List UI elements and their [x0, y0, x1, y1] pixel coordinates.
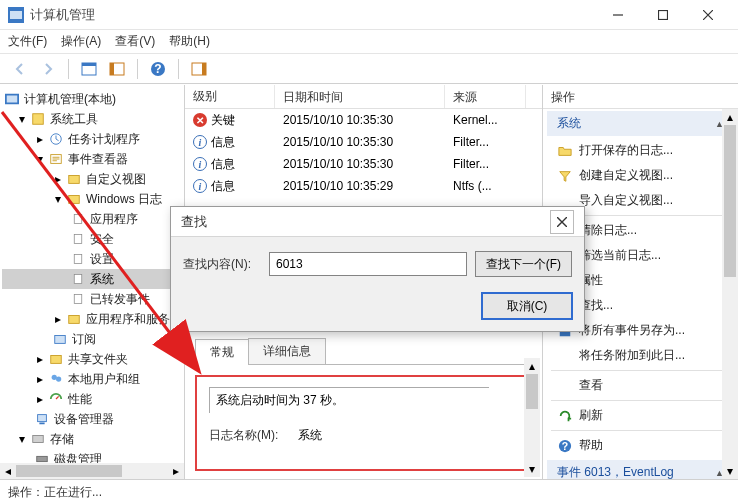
- tree-hscrollbar[interactable]: ◂ ▸: [0, 463, 184, 479]
- tree-task-scheduler[interactable]: ▸ 任务计划程序: [2, 129, 182, 149]
- svg-rect-24: [55, 336, 66, 344]
- row-source: Kernel...: [445, 113, 542, 127]
- tree-windows-logs[interactable]: ▾ Windows 日志: [2, 189, 182, 209]
- svg-rect-16: [69, 176, 80, 184]
- grid-row[interactable]: i信息2015/10/10 10:35:30Filter...: [185, 153, 542, 175]
- find-next-button[interactable]: 查找下一个(F): [475, 251, 572, 277]
- grid-header: 级别 日期和时间 来源: [185, 85, 542, 109]
- dialog-title: 查找: [181, 213, 207, 231]
- row-level: 信息: [211, 156, 235, 173]
- tool-icon-2[interactable]: [105, 57, 129, 81]
- row-level: 信息: [211, 178, 235, 195]
- logname-label: 日志名称(M):: [209, 427, 278, 444]
- row-source: Ntfs (...: [445, 179, 542, 193]
- statusbar: 操作：正在进行...: [0, 479, 738, 503]
- menu-help[interactable]: 帮助(H): [169, 33, 210, 50]
- tool-icon-1[interactable]: [77, 57, 101, 81]
- col-level[interactable]: 级别: [185, 85, 275, 108]
- col-source[interactable]: 来源: [445, 85, 526, 108]
- svg-rect-20: [74, 255, 82, 264]
- toolbar: ?: [0, 54, 738, 84]
- maximize-button[interactable]: [640, 1, 685, 29]
- menubar: 文件(F) 操作(A) 查看(V) 帮助(H): [0, 30, 738, 54]
- find-dialog: 查找 查找内容(N): 查找下一个(F) 取消(C): [170, 206, 585, 332]
- tool-icon-3[interactable]: [187, 57, 211, 81]
- grid-row[interactable]: i信息2015/10/10 10:35:30Filter...: [185, 131, 542, 153]
- nav-back-button[interactable]: [8, 57, 32, 81]
- svg-text:?: ?: [154, 62, 161, 76]
- svg-rect-22: [74, 295, 82, 304]
- grid-rows: ✕关键2015/10/10 10:35:30Kernel...i信息2015/1…: [185, 109, 542, 197]
- svg-text:?: ?: [562, 439, 568, 451]
- expander-icon[interactable]: ▾: [16, 113, 28, 125]
- minimize-button[interactable]: [595, 1, 640, 29]
- grid-row[interactable]: i信息2015/10/10 10:35:29Ntfs (...: [185, 175, 542, 197]
- dialog-close-button[interactable]: [550, 210, 574, 234]
- tab-general[interactable]: 常规: [195, 339, 249, 365]
- action-create-custom[interactable]: 创建自定义视图...: [543, 163, 738, 188]
- actions-vscrollbar[interactable]: ▴▾: [722, 109, 738, 479]
- row-datetime: 2015/10/10 10:35:30: [275, 135, 445, 149]
- action-attach-task[interactable]: 将任务附加到此日...: [543, 343, 738, 368]
- tab-details[interactable]: 详细信息: [248, 338, 326, 364]
- svg-rect-12: [7, 96, 18, 103]
- action-open-saved[interactable]: 打开保存的日志...: [543, 138, 738, 163]
- menu-file[interactable]: 文件(F): [8, 33, 47, 50]
- status-text: 操作：正在进行...: [8, 485, 102, 499]
- action-view[interactable]: 查看 ▶: [543, 373, 738, 398]
- tree-system-tools[interactable]: ▾ 系统工具: [2, 109, 182, 129]
- level-icon: i: [193, 135, 207, 149]
- close-button[interactable]: [685, 1, 730, 29]
- level-icon: ✕: [193, 113, 207, 127]
- tree-local-users[interactable]: ▸ 本地用户和组: [2, 369, 182, 389]
- actions-header: 操作: [543, 85, 738, 109]
- svg-rect-19: [74, 235, 82, 244]
- filter-icon: [557, 168, 573, 184]
- tree-setup[interactable]: 设置: [2, 249, 182, 269]
- tree-shared-folders[interactable]: ▸ 共享文件夹: [2, 349, 182, 369]
- refresh-icon: [557, 408, 573, 424]
- tree-root[interactable]: 计算机管理(本地): [2, 89, 182, 109]
- logname-value: 系统: [298, 427, 322, 444]
- menu-action[interactable]: 操作(A): [61, 33, 101, 50]
- row-level: 信息: [211, 134, 235, 151]
- row-datetime: 2015/10/10 10:35:29: [275, 179, 445, 193]
- detail-message: 系统启动时间为 37 秒。: [209, 387, 489, 413]
- svg-rect-25: [51, 356, 62, 364]
- detail-vscrollbar[interactable]: ▴▾: [524, 358, 540, 477]
- tree-apps-services[interactable]: ▸ 应用程序和服务: [2, 309, 182, 329]
- grid-row[interactable]: ✕关键2015/10/10 10:35:30Kernel...: [185, 109, 542, 131]
- action-refresh[interactable]: 刷新: [543, 403, 738, 428]
- tree-custom-views[interactable]: ▸ 自定义视图: [2, 169, 182, 189]
- cancel-button[interactable]: 取消(C): [482, 293, 572, 319]
- folder-open-icon: [557, 143, 573, 159]
- svg-rect-2: [658, 10, 667, 19]
- tree-device-mgr[interactable]: 设备管理器: [2, 409, 182, 429]
- col-datetime[interactable]: 日期和时间: [275, 85, 445, 108]
- tree-storage[interactable]: ▾ 存储: [2, 429, 182, 449]
- tree-application[interactable]: 应用程序: [2, 209, 182, 229]
- tree-performance[interactable]: ▸ 性能: [2, 389, 182, 409]
- tree-forwarded[interactable]: 已转发事件: [2, 289, 182, 309]
- action-help[interactable]: ? 帮助 ▶: [543, 433, 738, 458]
- svg-rect-17: [69, 196, 80, 204]
- tree-event-viewer[interactable]: ▾ 事件查看器: [2, 149, 182, 169]
- find-input[interactable]: [269, 252, 467, 276]
- tree-subscriptions[interactable]: 订阅: [2, 329, 182, 349]
- tree-security[interactable]: 安全: [2, 229, 182, 249]
- detail-highlight-box: 系统启动时间为 37 秒。 日志名称(M): 系统: [195, 375, 532, 471]
- row-source: Filter...: [445, 157, 542, 171]
- row-datetime: 2015/10/10 10:35:30: [275, 113, 445, 127]
- svg-rect-29: [39, 423, 44, 425]
- tree-pane: 计算机管理(本地) ▾ 系统工具 ▸ 任务计划程序 ▾ 事件查看器 ▸ 自定义视…: [0, 85, 185, 479]
- menu-view[interactable]: 查看(V): [115, 33, 155, 50]
- svg-rect-31: [37, 456, 48, 461]
- nav-forward-button[interactable]: [36, 57, 60, 81]
- level-icon: i: [193, 157, 207, 171]
- find-label: 查找内容(N):: [183, 256, 261, 273]
- help-icon[interactable]: ?: [146, 57, 170, 81]
- app-icon: [8, 7, 24, 23]
- svg-rect-1: [10, 11, 22, 19]
- row-datetime: 2015/10/10 10:35:30: [275, 157, 445, 171]
- tree-system[interactable]: 系统: [2, 269, 182, 289]
